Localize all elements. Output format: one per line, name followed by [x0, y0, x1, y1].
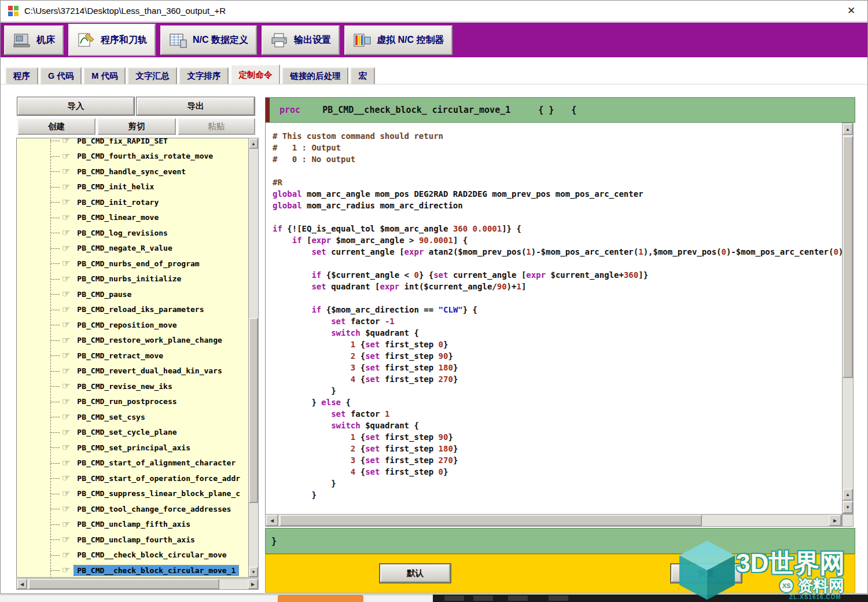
create-button[interactable]: 创建: [17, 118, 95, 135]
default-button[interactable]: 默认: [380, 564, 450, 582]
tree-item-label: PB_CMD_unclamp_fifth_axis: [74, 519, 193, 529]
tree-item[interactable]: ☞PB_CMD_restore_work_plane_change: [17, 333, 248, 348]
tree-item[interactable]: ☞PB_CMD_pause: [17, 287, 248, 302]
scroll-left-icon[interactable]: ◀: [17, 579, 27, 589]
tree-item[interactable]: ☞PB_CMD_unclamp_fifth_axis: [17, 517, 248, 533]
sub-tab-1[interactable]: 程序: [5, 67, 38, 84]
command-hand-icon: ☞: [62, 489, 70, 498]
main-tab-label: 输出设置: [294, 34, 331, 46]
tree-item[interactable]: ☞PB_CMD_set_principal_axis: [17, 440, 248, 456]
tree-item-label: PB_CMD_linear_move: [74, 212, 161, 222]
tree-item[interactable]: ☞PB_CMD_negate_R_value: [17, 241, 248, 256]
tree-item-label: PB_CMD_fourth_axis_rotate_move: [74, 151, 216, 161]
tree-item[interactable]: ☞PB_CMD_suppress_linear_block_plane_c: [17, 486, 248, 502]
editor-vscrollbar[interactable]: ▲ ▲ ▼: [842, 123, 854, 514]
code-line: if [expr $mom_arc_angle > 90.0001] {: [273, 234, 842, 246]
background-dark-segment: [433, 594, 868, 602]
tree-item[interactable]: ☞PB_CMD_revise_new_iks: [17, 379, 248, 394]
scroll-left-icon[interactable]: ◀: [266, 515, 278, 526]
code-line: set factor -1: [273, 315, 842, 327]
tree-item[interactable]: ☞PB_CMD_nurbs_initialize: [17, 271, 248, 287]
tree-item[interactable]: ☞PB_CMD_init_rotary: [17, 194, 248, 210]
main-tab-1[interactable]: 机床: [4, 25, 64, 55]
paste-button: 粘贴: [178, 118, 255, 135]
tree-item[interactable]: ☞PB_CMD__check_block_circular_move_1: [17, 563, 248, 578]
cut-button[interactable]: 剪切: [97, 118, 176, 135]
tree-item[interactable]: ☞PB_CMD__check_block_circular_move: [17, 548, 248, 563]
tree-item[interactable]: ☞PB_CMD_fourth_axis_rotate_move: [17, 149, 248, 164]
main-tab-4[interactable]: 输出设置: [262, 25, 340, 55]
command-hand-icon: ☞: [62, 381, 70, 391]
tree-item[interactable]: ☞PB_CMD_reposition_move: [17, 317, 248, 333]
tree-vscrollbar[interactable]: ▲ ▼: [248, 138, 259, 578]
tree-item-label: PB_CMD_reload_iks_parameters: [74, 304, 207, 314]
editor-hscroll-thumb[interactable]: [279, 515, 702, 526]
restore-button[interactable]: 恢复: [671, 564, 741, 582]
sub-tab-4[interactable]: 文字汇总: [127, 67, 177, 84]
tree-item[interactable]: ☞PB_CMD_revert_dual_head_kin_vars: [17, 364, 248, 379]
tree-item[interactable]: ☞PB_CMD_reload_iks_parameters: [17, 302, 248, 318]
tree-item-label: PB_CMD_set_cycle_plane: [74, 427, 179, 437]
proc-args: { }: [538, 105, 554, 115]
sub-tab-6[interactable]: 定制命令: [230, 64, 280, 84]
tree-hscrollbar[interactable]: ◀ ▶: [16, 578, 259, 590]
tree-item-label: PB_CMD__check_block_circular_move_1: [74, 566, 238, 575]
tree-item[interactable]: ☞PB_CMD_run_postprocess: [17, 394, 248, 410]
tree-item-label: PB_CMD_set_csys: [74, 412, 148, 422]
command-hand-icon: ☞: [62, 351, 70, 360]
scroll-right-icon[interactable]: ▶: [248, 579, 258, 589]
main-tab-5[interactable]: 虚拟 N/C 控制器: [344, 25, 453, 55]
code-editor[interactable]: # This custom command should return# 1 :…: [265, 123, 842, 514]
command-hand-icon: ☞: [62, 504, 70, 513]
editor-vscroll-thumb[interactable]: [843, 136, 853, 378]
tree-item[interactable]: ☞PB_CMD_set_cycle_plane: [17, 425, 248, 441]
scroll-up-icon[interactable]: ▲: [843, 489, 853, 501]
code-line: set quadrant [expr int($current_angle/90…: [273, 281, 842, 292]
sub-tab-2[interactable]: G 代码: [40, 67, 82, 84]
code-line: #R: [273, 177, 842, 188]
code-line: 3 {set first_step 180}: [273, 362, 842, 373]
scroll-down-icon[interactable]: ▼: [843, 501, 853, 513]
background-orange-segment: [278, 595, 363, 602]
editor-hscrollbar[interactable]: ◀ ▶: [265, 514, 842, 527]
command-hand-icon: ☞: [62, 397, 70, 406]
close-icon[interactable]: ✕: [843, 5, 860, 17]
sub-tab-3[interactable]: M 代码: [83, 67, 126, 84]
sub-tab-7[interactable]: 链接的后处理: [282, 67, 348, 84]
machine-tool-icon: [13, 32, 31, 49]
scroll-down-icon[interactable]: ▼: [249, 567, 258, 577]
command-hand-icon: ☞: [62, 197, 70, 207]
tree-item[interactable]: ☞PB_CMD_handle_sync_event: [17, 164, 248, 179]
code-line: 2 {set first_step 180}: [273, 443, 842, 454]
tree-item[interactable]: ☞PB_CMD_fix_RAPID_SET: [17, 138, 248, 149]
main-tab-bar: 机床程序和刀轨N/C 数据定义输出设置虚拟 N/C 控制器: [0, 23, 868, 57]
main-tab-3[interactable]: N/C 数据定义: [160, 25, 257, 55]
tree-item[interactable]: ☞PB_CMD_init_helix: [17, 179, 248, 195]
tree-item[interactable]: ☞PB_CMD_nurbs_end_of_program: [17, 256, 248, 271]
tree-item-label: PB_CMD_nurbs_initialize: [74, 274, 184, 284]
sub-tab-5[interactable]: 文字排序: [179, 67, 229, 84]
export-button[interactable]: 导出: [137, 97, 255, 115]
command-hand-icon: ☞: [62, 259, 70, 268]
tree-item[interactable]: ☞PB_CMD_linear_move: [17, 210, 248, 226]
tree-vscroll-thumb[interactable]: [249, 318, 258, 503]
proc-name: PB_CMD__check_block_ circular_move_1: [322, 105, 510, 115]
main-tab-2[interactable]: 程序和刀轨: [68, 24, 156, 56]
sub-tab-8[interactable]: 宏: [350, 67, 375, 84]
code-line: 3 {set first_step 270}: [273, 454, 842, 466]
tree-item-label: PB_CMD_revise_new_iks: [74, 381, 175, 391]
import-button[interactable]: 导入: [17, 97, 134, 115]
tree-item[interactable]: ☞PB_CMD_tool_change_force_addresses: [17, 501, 248, 517]
tree-item[interactable]: ☞PB_CMD_unclamp_fourth_axis: [17, 532, 248, 548]
tree-item[interactable]: ☞PB_CMD_start_of_operation_force_addr: [17, 471, 248, 486]
tree-item[interactable]: ☞PB_CMD_retract_move: [17, 348, 248, 364]
tree-hscroll-thumb[interactable]: [28, 579, 219, 589]
tree-item[interactable]: ☞PB_CMD_start_of_alignment_character: [17, 456, 248, 471]
tree-item[interactable]: ☞PB_CMD_set_csys: [17, 409, 248, 425]
tree-item[interactable]: ☞PB_CMD_log_revisions: [17, 225, 248, 241]
nc-data-icon: [169, 32, 187, 49]
scroll-right-icon[interactable]: ▶: [829, 515, 841, 526]
command-hand-icon: ☞: [62, 305, 70, 314]
scroll-up-icon[interactable]: ▲: [249, 138, 258, 149]
scroll-up-icon[interactable]: ▲: [843, 123, 853, 135]
